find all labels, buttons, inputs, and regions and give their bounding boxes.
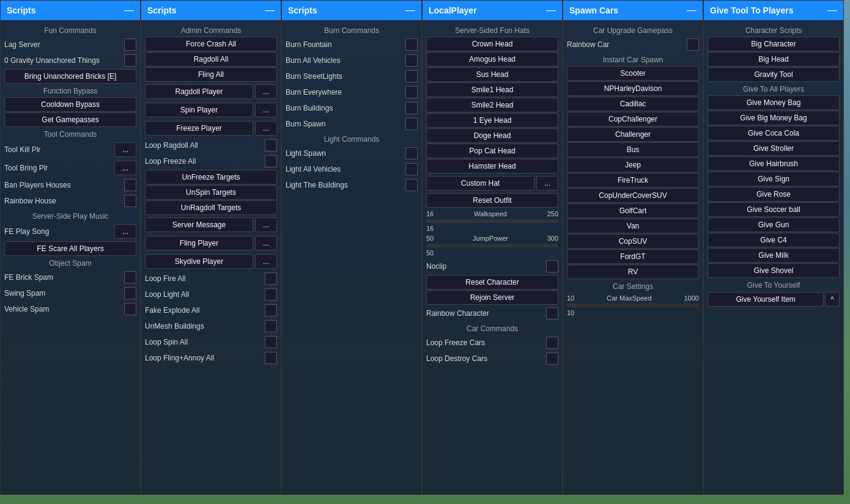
slider-track[interactable] xyxy=(567,304,699,307)
button-give-sign[interactable]: Give Sign xyxy=(708,172,840,186)
dots-button[interactable]: ... xyxy=(114,142,136,157)
toggle-checkbox[interactable] xyxy=(265,336,277,348)
toggle-checkbox[interactable] xyxy=(405,86,418,98)
button-big-head[interactable]: Big Head xyxy=(708,52,840,67)
toggle-checkbox[interactable] xyxy=(687,38,699,51)
button-rejoin-server[interactable]: Rejoin Server xyxy=(426,290,558,305)
dots-button[interactable]: ... xyxy=(114,161,136,175)
button-unfreeze-targets[interactable]: UnFreeze Targets xyxy=(145,170,277,184)
player-dots-button[interactable]: ... xyxy=(536,176,558,191)
button-rv[interactable]: RV xyxy=(567,265,699,279)
button-copsuv[interactable]: CopSUV xyxy=(567,234,699,249)
toggle-checkbox[interactable] xyxy=(405,102,418,114)
toggle-checkbox[interactable] xyxy=(265,139,277,152)
button-hamster-head[interactable]: Hamster Head xyxy=(426,159,558,173)
button-reset-outfit[interactable]: Reset Outfit xyxy=(426,193,558,208)
button-amogus-head[interactable]: Amogus Head xyxy=(426,52,558,67)
button-give-c4[interactable]: Give C4 xyxy=(708,233,840,247)
button-bring-unanchored-bricks-[e][interactable]: Bring Unanchored Bricks [E] xyxy=(4,69,136,84)
toggle-checkbox[interactable] xyxy=(265,304,277,316)
toggle-checkbox[interactable] xyxy=(265,352,277,364)
button-reset-character[interactable]: Reset Character xyxy=(426,275,558,290)
button-give-stroller[interactable]: Give Stroller xyxy=(708,141,840,156)
button-big-character[interactable]: Big Character xyxy=(708,37,840,51)
toggle-checkbox[interactable] xyxy=(124,271,136,283)
dots-button[interactable]: ... xyxy=(114,224,136,239)
button-smile2-head[interactable]: Smile2 Head xyxy=(426,98,558,112)
player-dots-button[interactable]: ... xyxy=(255,236,277,250)
button-doge-head[interactable]: Doge Head xyxy=(426,128,558,143)
button-scooter[interactable]: Scooter xyxy=(567,66,699,81)
button-give-milk[interactable]: Give Milk xyxy=(708,248,840,263)
player-dots-button[interactable]: ... xyxy=(255,84,277,99)
toggle-checkbox[interactable] xyxy=(124,303,136,315)
button-ragdoll-all[interactable]: Ragdoll All xyxy=(145,52,277,67)
toggle-checkbox[interactable] xyxy=(546,352,558,365)
toggle-checkbox[interactable] xyxy=(546,307,558,320)
button-unragdoll-targets[interactable]: UnRagdoll Targets xyxy=(145,200,277,215)
toggle-checkbox[interactable] xyxy=(405,54,418,67)
button-cadillac[interactable]: Cadillac xyxy=(567,97,699,111)
toggle-checkbox[interactable] xyxy=(124,195,136,207)
toggle-checkbox[interactable] xyxy=(124,38,136,51)
toggle-checkbox[interactable] xyxy=(405,147,418,159)
toggle-checkbox[interactable] xyxy=(405,163,418,175)
button-fling-all[interactable]: Fling All xyxy=(145,67,277,82)
button-give-hairbrush[interactable]: Give Hairbrush xyxy=(708,156,840,171)
slider-track[interactable] xyxy=(426,219,558,223)
button-give-gun[interactable]: Give Gun xyxy=(708,217,840,232)
button-gravity-tool[interactable]: Gravity Tool xyxy=(708,67,840,82)
toggle-checkbox[interactable] xyxy=(405,70,418,82)
button-get-gamepasses[interactable]: Get Gamepasses xyxy=(4,112,136,127)
button-challenger[interactable]: Challenger xyxy=(567,127,699,142)
button-smile1-head[interactable]: Smile1 Head xyxy=(426,82,558,97)
button-firetruck[interactable]: FireTruck xyxy=(567,173,699,188)
toggle-checkbox[interactable] xyxy=(265,272,277,285)
toggle-checkbox[interactable] xyxy=(405,38,418,51)
button-sus-head[interactable]: Sus Head xyxy=(426,67,558,82)
button-skydive-player[interactable]: Skydive Player xyxy=(145,254,253,269)
player-dots-button[interactable]: ... xyxy=(255,121,277,136)
toggle-checkbox[interactable] xyxy=(405,179,418,191)
button-golfcart[interactable]: GolfCart xyxy=(567,203,699,218)
give-yourself-caret[interactable]: ^ xyxy=(825,292,840,307)
button-give-coca-cola[interactable]: Give Coca Cola xyxy=(708,126,840,141)
toggle-checkbox[interactable] xyxy=(546,337,558,349)
button-fordgt[interactable]: FordGT xyxy=(567,249,699,264)
button-copchallenger[interactable]: CopChallenger xyxy=(567,112,699,126)
toggle-checkbox[interactable] xyxy=(124,54,136,67)
toggle-checkbox[interactable] xyxy=(124,287,136,299)
toggle-checkbox[interactable] xyxy=(124,179,136,191)
give-yourself-button[interactable]: Give Yourself Item xyxy=(708,292,824,307)
button-copundercoversuv[interactable]: CopUnderCoverSUV xyxy=(567,188,699,203)
button-jeep[interactable]: Jeep xyxy=(567,158,699,172)
panel-minimize-local-player[interactable]: — xyxy=(546,5,556,15)
button-custom-hat[interactable]: Custom Hat xyxy=(426,176,534,191)
toggle-checkbox[interactable] xyxy=(265,320,277,332)
button-pop-cat-head[interactable]: Pop Cat Head xyxy=(426,144,558,158)
button-give-shovel[interactable]: Give Shovel xyxy=(708,263,840,278)
player-dots-button[interactable]: ... xyxy=(255,254,277,269)
button-fling-player[interactable]: Fling Player xyxy=(145,236,253,250)
panel-minimize-spawn-cars[interactable]: — xyxy=(687,5,697,15)
button-fe-scare-all-players[interactable]: FE Scare All Players xyxy=(4,241,136,256)
button-van[interactable]: Van xyxy=(567,219,699,233)
button-bus[interactable]: Bus xyxy=(567,142,699,157)
button-give-rose[interactable]: Give Rose xyxy=(708,187,840,202)
slider-track[interactable] xyxy=(426,244,558,247)
button-freeze-player[interactable]: Freeze Player xyxy=(145,121,253,136)
panel-minimize-give-tool-to-players[interactable]: — xyxy=(827,5,837,15)
toggle-checkbox[interactable] xyxy=(265,155,277,167)
button-ragdoll-player[interactable]: Ragdoll Player xyxy=(145,84,253,99)
toggle-checkbox[interactable] xyxy=(265,288,277,301)
panel-minimize-fun-commands[interactable]: — xyxy=(124,5,134,15)
button-1-eye-head[interactable]: 1 Eye Head xyxy=(426,113,558,128)
button-server-message[interactable]: Server Message xyxy=(145,217,253,232)
panel-minimize-admin-commands[interactable]: — xyxy=(265,5,275,15)
player-dots-button[interactable]: ... xyxy=(255,103,277,117)
button-give-big-money-bag[interactable]: Give Big Money Bag xyxy=(708,111,840,125)
button-give-soccer-ball[interactable]: Give Soccer ball xyxy=(708,202,840,217)
panel-minimize-burn-commands[interactable]: — xyxy=(405,5,415,15)
button-give-money-bag[interactable]: Give Money Bag xyxy=(708,95,840,110)
toggle-checkbox[interactable] xyxy=(546,260,558,272)
